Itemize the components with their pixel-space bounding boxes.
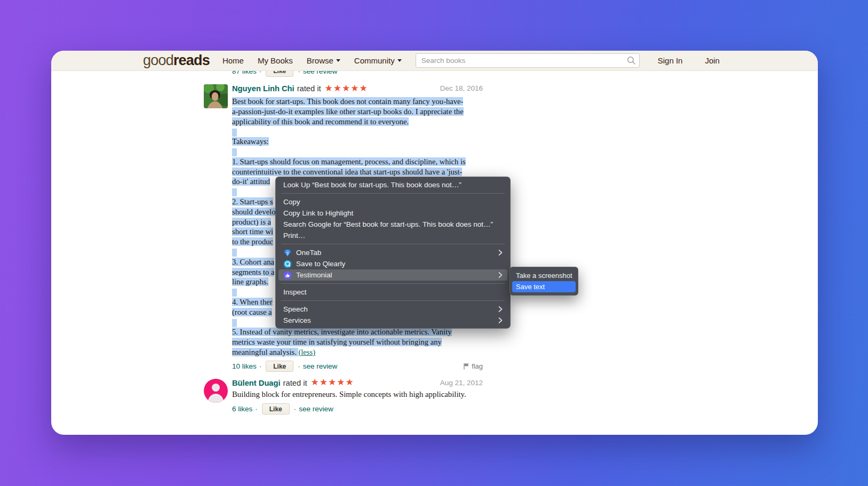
- selected-text: (root cause a: [232, 308, 272, 316]
- see-review-link[interactable]: see review: [303, 362, 338, 370]
- context-submenu: Take a screenshotSave text: [509, 267, 578, 296]
- menu-item-testimonial[interactable]: Testimonial: [278, 269, 507, 281]
- menu-separator: [281, 283, 505, 284]
- menu-item-onetab[interactable]: OneTab: [278, 247, 507, 258]
- see-review-link[interactable]: see review: [299, 405, 333, 413]
- menu-item-label: Look Up “Best book for start-ups. This b…: [283, 181, 503, 189]
- logo-good: good: [143, 52, 173, 68]
- review-text-line: meaningful analysis. (less): [232, 347, 483, 357]
- like-button[interactable]: Like: [262, 403, 290, 415]
- selection-stub: [232, 249, 237, 257]
- nav-item-label: My Books: [258, 56, 293, 65]
- menu-item-save-to-qlearly[interactable]: Save to Qlearly: [278, 258, 507, 269]
- menu-item-search-google-for[interactable]: Search Google for “Best book for start-u…: [278, 219, 507, 230]
- qlearly-icon: [283, 260, 292, 268]
- menu-item-look-up-best[interactable]: Look Up “Best book for start-ups. This b…: [278, 179, 507, 190]
- selected-text: Best book for start-ups. This book does …: [232, 97, 463, 106]
- dot-separator: ·: [255, 405, 258, 413]
- selected-text: should develo: [232, 208, 275, 216]
- submenu-chevron-icon: [498, 272, 503, 278]
- nav-item-label: Community: [354, 56, 395, 65]
- review-date: Dec 18, 2016: [440, 84, 483, 92]
- review-footer: 10 likes · Like · see review flag: [232, 361, 483, 372]
- review-text-line: applicability of this book and recommend…: [232, 117, 483, 127]
- selected-text: counterintuitive to the conventional ide…: [232, 168, 462, 176]
- review-text-line: Takeaways:: [232, 137, 483, 147]
- likes-count-link[interactable]: 6 likes: [232, 405, 252, 413]
- nav-item-my-books[interactable]: My Books: [258, 56, 293, 65]
- desktop-background: goodreads HomeMy BooksBrowseCommunity Si…: [0, 0, 868, 486]
- flag-icon: [463, 363, 469, 370]
- review-text-line: metrics waste your time in satisfying yo…: [232, 337, 483, 347]
- selected-text: 4. When ther: [232, 298, 273, 306]
- selected-text: do-it' attitud: [232, 177, 270, 186]
- selected-text: line graphs.: [232, 277, 268, 286]
- dot-separator: ·: [294, 405, 297, 413]
- selected-text: 2. Start-ups s: [232, 197, 273, 206]
- selected-text: to the produc: [232, 237, 273, 246]
- review-text-line: 1. Start-ups should focus on management,…: [232, 157, 483, 167]
- menu-item-label: Copy Link to Highlight: [283, 209, 503, 217]
- submenu-item-save-text[interactable]: Save text: [512, 281, 576, 292]
- avatar-bulent[interactable]: [204, 379, 228, 403]
- menu-item-copy[interactable]: Copy: [278, 196, 507, 208]
- main-nav: HomeMy BooksBrowseCommunity: [222, 56, 402, 65]
- logo-reads: reads: [173, 52, 210, 68]
- submenu-chevron-icon: [498, 317, 503, 323]
- reviewer-name-link[interactable]: Bülent Duagi: [232, 379, 281, 387]
- avatar-nguyen[interactable]: [204, 84, 228, 108]
- menu-item-services[interactable]: Services: [278, 315, 507, 326]
- flag-link[interactable]: flag: [463, 362, 483, 370]
- menu-item-inspect[interactable]: Inspect: [278, 286, 507, 298]
- selected-text: Takeaways:: [232, 137, 269, 146]
- selected-text: segments to a: [232, 268, 274, 276]
- review-text-line: counterintuitive to the conventional ide…: [232, 167, 483, 177]
- menu-item-print[interactable]: Print…: [278, 230, 507, 241]
- browser-page-card: goodreads HomeMy BooksBrowseCommunity Si…: [51, 51, 818, 435]
- selected-text: meaningful analysis.: [232, 348, 298, 356]
- sign-in-link[interactable]: Sign In: [658, 56, 683, 65]
- selected-text: 5. Instead of vanity metrics, investigat…: [232, 328, 452, 336]
- selected-text: metrics waste your time in satisfying yo…: [232, 338, 442, 346]
- submenu-item-label: Save text: [516, 283, 545, 291]
- less-link[interactable]: (less): [298, 348, 315, 356]
- star-rating: ★★★★★: [310, 377, 354, 388]
- star-rating: ★★★★★: [325, 83, 368, 94]
- selection-stub: [232, 289, 237, 297]
- menu-item-label: Print…: [283, 232, 503, 240]
- nav-item-community[interactable]: Community: [354, 56, 402, 65]
- review-header: Nguyen Linh Chi rated it ★★★★★ Dec 18, 2…: [232, 83, 483, 94]
- nav-item-home[interactable]: Home: [222, 56, 244, 65]
- likes-count-link[interactable]: 10 likes: [232, 362, 257, 370]
- flag-label: flag: [472, 362, 483, 370]
- review-bulent-duagi: Bülent Duagi rated it ★★★★★ Aug 21, 2012…: [232, 378, 483, 415]
- menu-item-label: Save to Qlearly: [296, 260, 503, 268]
- review-text-line: Best book for start-ups. This book does …: [232, 97, 483, 107]
- nav-item-label: Home: [222, 56, 244, 65]
- menu-item-label: Services: [283, 316, 494, 324]
- selected-text: 3. Cohort ana: [232, 258, 274, 266]
- menu-item-label: Inspect: [283, 288, 503, 296]
- search-input[interactable]: [416, 53, 640, 68]
- goodreads-logo[interactable]: goodreads: [143, 53, 210, 68]
- submenu-item-take-a-screenshot[interactable]: Take a screenshot: [512, 270, 576, 281]
- review-text: Building block for entrepreneurs. Simple…: [232, 390, 483, 400]
- chevron-down-icon: [336, 59, 340, 62]
- join-link[interactable]: Join: [705, 56, 720, 65]
- search-icon[interactable]: [627, 56, 636, 67]
- like-button[interactable]: Like: [266, 361, 293, 372]
- menu-item-copy-link-to[interactable]: Copy Link to Highlight: [278, 208, 507, 219]
- selected-text: short time wi: [232, 227, 273, 236]
- nav-item-browse[interactable]: Browse: [307, 56, 340, 65]
- reviewer-name-link[interactable]: Nguyen Linh Chi: [232, 84, 294, 93]
- search-box: [416, 53, 640, 68]
- menu-separator: [281, 193, 505, 194]
- review-header: Bülent Duagi rated it ★★★★★ Aug 21, 2012: [232, 378, 483, 388]
- selection-stub: [232, 319, 237, 327]
- submenu-chevron-icon: [498, 306, 503, 312]
- context-menu: Look Up “Best book for start-ups. This b…: [275, 177, 511, 329]
- testimonial-icon: [283, 271, 292, 280]
- nav-item-label: Browse: [307, 56, 333, 65]
- selection-stub: [232, 188, 237, 196]
- menu-item-speech[interactable]: Speech: [278, 304, 507, 315]
